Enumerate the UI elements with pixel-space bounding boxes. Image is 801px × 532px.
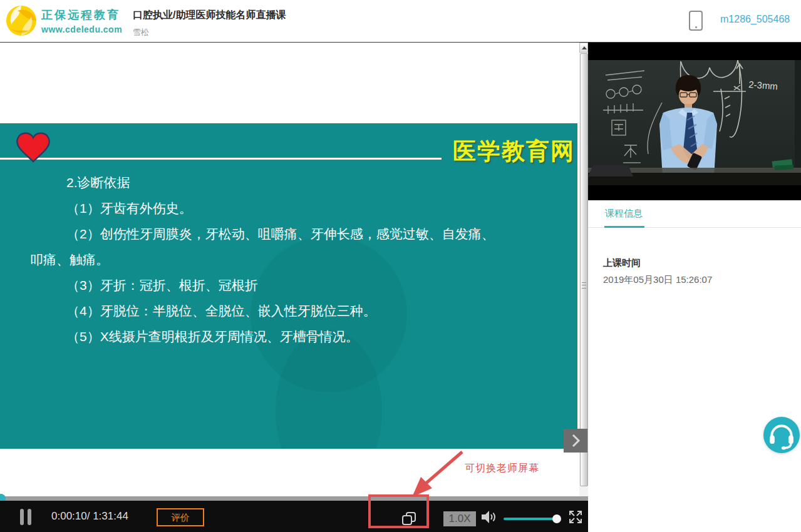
time-display: 0:00:10/ 1:31:44 — [51, 501, 128, 532]
slide-divider-line — [0, 158, 442, 160]
teacher-video-scene: 2-3mm — [588, 43, 801, 200]
heart-icon — [15, 130, 51, 164]
slide-line: 2.诊断依据 — [30, 170, 550, 195]
pause-button[interactable] — [20, 509, 33, 525]
course-block: 口腔执业/助理医师技能名师直播课 雪松 — [133, 9, 286, 38]
sidebar-tab-row: 课程信息 — [588, 200, 801, 228]
tab-course-info[interactable]: 课程信息 — [605, 208, 643, 220]
class-time-value: 2019年05月30日 15:26:07 — [603, 274, 712, 286]
tab-active-underline — [604, 226, 644, 228]
lecture-slide: 医学教育网 2.诊断依据 （1）牙齿有外伤史。 （2）创伤性牙周膜炎，牙松动、咀… — [0, 123, 577, 449]
rate-button[interactable]: 评价 — [157, 508, 204, 526]
volume-handle[interactable] — [552, 514, 561, 523]
slide-text-block: 2.诊断依据 （1）牙齿有外伤史。 （2）创伤性牙周膜炎，牙松动、咀嚼痛、牙伸长… — [30, 170, 550, 349]
slide-line: （3）牙折：冠折、根折、冠根折 — [30, 272, 550, 298]
seek-bar[interactable] — [0, 496, 588, 501]
slide-line: 叩痛、触痛。 — [30, 247, 550, 272]
slide-line: （2）创伤性牙周膜炎，牙松动、咀嚼痛、牙伸长感，感觉过敏、自发痛、 — [30, 221, 550, 247]
teacher-video-thumbnail[interactable]: 2-3mm — [588, 43, 801, 200]
mobile-phone-icon — [689, 11, 703, 31]
slide-line: （5）X线摄片查明根折及牙周情况、牙槽骨情况。 — [30, 324, 550, 349]
brand-block: 正保远程教育 www.cdeledu.com — [41, 8, 122, 34]
scrollbar-grip — [582, 282, 586, 289]
sidebar: 2-3mm — [588, 43, 801, 532]
brand-url: www.cdeledu.com — [41, 24, 122, 34]
user-id-link[interactable]: m1286_505468 — [720, 14, 790, 25]
scrollbar-thumb[interactable] — [580, 53, 588, 486]
chevron-right-icon — [564, 429, 587, 453]
switch-screen-icon — [402, 515, 412, 525]
fullscreen-icon[interactable] — [569, 510, 582, 524]
volume-icon[interactable] — [481, 510, 496, 524]
instructor-name: 雪松 — [133, 27, 286, 38]
chalk-annotation-text: 2-3mm — [748, 79, 778, 91]
playback-speed-button[interactable]: 1.0X — [443, 511, 476, 526]
switch-screen-button[interactable] — [401, 510, 416, 525]
slide-line: （1）牙齿有外伤史。 — [30, 195, 550, 221]
volume-slider[interactable] — [504, 518, 560, 520]
brand-name: 正保远程教育 — [41, 8, 122, 23]
customer-service-button[interactable] — [763, 417, 800, 453]
slide-viewer: 医学教育网 2.诊断依据 （1）牙齿有外伤史。 （2）创伤性牙周膜炎，牙松动、咀… — [0, 43, 588, 496]
class-time-label: 上课时间 — [603, 257, 641, 269]
live-course-page: 正保远程教育 www.cdeledu.com 口腔执业/助理医师技能名师直播课 … — [0, 0, 801, 532]
slide-watermark-text: 医学教育网 — [453, 136, 575, 167]
headset-icon — [763, 417, 800, 453]
video-player: 医学教育网 2.诊断依据 （1）牙齿有外伤史。 （2）创伤性牙周膜炎，牙松动、咀… — [0, 43, 588, 532]
app-header: 正保远程教育 www.cdeledu.com 口腔执业/助理医师技能名师直播课 … — [0, 0, 801, 42]
slide-line: （4）牙脱位：半脱位、全脱位、嵌入性牙脱位三种。 — [30, 298, 550, 324]
player-control-bar: 0:00:10/ 1:31:44 评价 1.0X — [0, 501, 588, 532]
next-slide-button[interactable] — [564, 429, 587, 453]
page-title: 口腔执业/助理医师技能名师直播课 — [133, 9, 286, 22]
brand-logo-icon — [5, 4, 38, 37]
scrollbar-up-arrow-icon[interactable] — [579, 43, 588, 53]
